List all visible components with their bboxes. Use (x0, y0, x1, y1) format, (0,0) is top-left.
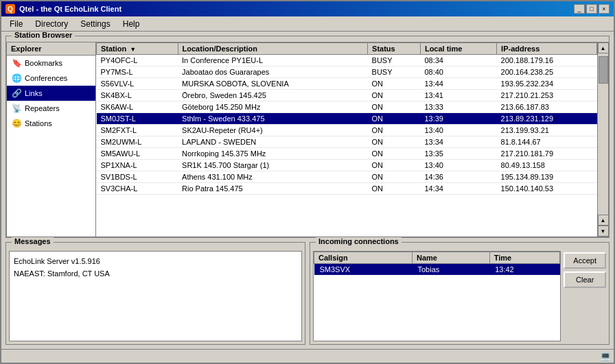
station-table-scroll[interactable]: Station ▼ Location/Description Status Lo… (96, 43, 597, 236)
sidebar-item-label: Conferences (25, 74, 67, 82)
main-window: Q Qtel - the Qt EchoLink Client _ □ × Fi… (0, 0, 615, 364)
scroll-down-button[interactable]: ▲ (598, 215, 609, 226)
repeaters-icon: 📡 (11, 103, 22, 114)
sidebar-item-label: Links (25, 89, 43, 97)
status-bar: 💻 (1, 349, 614, 363)
table-row[interactable]: PY7MS-LJaboatao dos GuararapesBUSY08:402… (97, 66, 597, 78)
app-icon: Q (5, 4, 15, 14)
table-row[interactable]: SM0JST-LSthlm - Sweden 433.475ON13:39213… (97, 113, 597, 125)
sidebar-item-repeaters[interactable]: 📡 Repeaters (7, 101, 95, 116)
menu-file[interactable]: File (4, 18, 28, 30)
station-browser-content: Explorer 🔖 Bookmarks 🌐 Conferences 🔗 Lin… (6, 42, 609, 237)
explorer-panel: Explorer 🔖 Bookmarks 🌐 Conferences 🔗 Lin… (6, 42, 95, 237)
table-row[interactable]: PY4OFC-LIn Conference PY1EU-LBUSY08:3420… (97, 55, 597, 66)
station-scrollbar[interactable]: ▲ ▲ ▼ (597, 43, 608, 236)
menu-bar: File Directory Settings Help (1, 16, 614, 32)
col-localtime[interactable]: Local time (420, 43, 496, 55)
incoming-table: Callsign Name Time SM3SVXTobias13:42 (314, 252, 560, 276)
scroll-thumb[interactable] (599, 56, 608, 84)
station-browser-label: Station Browser (12, 32, 75, 39)
station-browser-group: Station Browser Explorer 🔖 Bookmarks 🌐 C… (5, 36, 610, 238)
sidebar-item-label: Bookmarks (25, 59, 62, 67)
col-station[interactable]: Station ▼ (97, 43, 178, 55)
sidebar-item-bookmarks[interactable]: 🔖 Bookmarks (7, 56, 95, 71)
message-line-2: NAEAST: Stamford, CT USA (14, 268, 297, 280)
maximize-button[interactable]: □ (586, 4, 597, 14)
message-line-0: EchoLink Server v1.5.916 (14, 256, 297, 268)
title-bar-buttons: _ □ × (574, 4, 610, 14)
status-icon: 💻 (600, 351, 611, 362)
col-location[interactable]: Location/Description (178, 43, 368, 55)
title-bar-left: Q Qtel - the Qt EchoLink Client (5, 4, 121, 14)
table-row[interactable]: SP1XNA-LSR1K 145.700 Stargar (1)ON13:408… (97, 160, 597, 171)
col-status[interactable]: Status (368, 43, 421, 55)
station-table: Station ▼ Location/Description Status Lo… (96, 43, 597, 195)
table-row[interactable]: SV1BDS-LAthens 431.100 MHzON14:36195.134… (97, 171, 597, 183)
title-bar: Q Qtel - the Qt EchoLink Client _ □ × (1, 1, 614, 16)
table-row[interactable]: SK4BX-LÖrebro, Sweden 145.425ON13:41217.… (97, 90, 597, 101)
incoming-col-name[interactable]: Name (412, 252, 489, 264)
station-list-panel: Station ▼ Location/Description Status Lo… (95, 42, 609, 237)
menu-settings[interactable]: Settings (75, 18, 115, 30)
minimize-button[interactable]: _ (574, 4, 585, 14)
main-content: Station Browser Explorer 🔖 Bookmarks 🌐 C… (1, 32, 614, 349)
links-icon: 🔗 (11, 88, 22, 99)
table-row[interactable]: SM2UWM-LLAPLAND - SWEDENON13:3481.8.144.… (97, 136, 597, 148)
menu-help[interactable]: Help (117, 18, 146, 30)
incoming-col-callsign[interactable]: Callsign (314, 252, 413, 264)
sidebar-item-stations[interactable]: 😊 Stations (7, 116, 95, 131)
messages-group: Messages EchoLink Server v1.5.916 NAEAST… (5, 242, 305, 345)
incoming-buttons: Accept Clear (564, 251, 606, 341)
sort-arrow-icon: ▼ (130, 46, 136, 53)
incoming-col-time[interactable]: Time (489, 252, 560, 264)
incoming-content: Callsign Name Time SM3SVXTobias13:42 Acc… (313, 251, 606, 341)
sidebar-item-label: Stations (25, 119, 52, 128)
close-button[interactable]: × (599, 4, 610, 14)
sidebar-item-label: Repeaters (25, 104, 60, 112)
menu-directory[interactable]: Directory (30, 18, 73, 30)
table-row[interactable]: SK6AW-LGöteborg 145.250 MHzON13:33213.66… (97, 101, 597, 113)
table-row[interactable]: SM2FXT-LSK2AU-Repeter (RU4+)ON13:40213.1… (97, 125, 597, 136)
col-ip[interactable]: IP-address (497, 43, 597, 55)
conferences-icon: 🌐 (11, 73, 22, 84)
accept-button[interactable]: Accept (564, 252, 606, 269)
messages-content: EchoLink Server v1.5.916 NAEAST: Stamfor… (9, 251, 302, 341)
stations-icon: 😊 (11, 118, 22, 129)
messages-label: Messages (12, 237, 54, 245)
scroll-down2-button[interactable]: ▼ (598, 226, 609, 236)
incoming-group: Incoming connections Callsign Name Time (310, 242, 610, 345)
clear-button[interactable]: Clear (564, 271, 606, 288)
bookmarks-icon: 🔖 (11, 58, 22, 69)
sidebar-item-conferences[interactable]: 🌐 Conferences (7, 71, 95, 86)
explorer-header: Explorer (7, 43, 95, 56)
list-item[interactable]: SM3SVXTobias13:42 (314, 264, 560, 276)
incoming-table-wrap: Callsign Name Time SM3SVXTobias13:42 (313, 251, 561, 341)
scroll-up-button[interactable]: ▲ (598, 43, 609, 53)
table-row[interactable]: SV3CHA-LRio Patra 145.475ON14:34150.140.… (97, 183, 597, 195)
incoming-label: Incoming connections (316, 237, 402, 245)
table-row[interactable]: S56VLV-LMURSKA SOBOTA, SLOVENIAON13:4419… (97, 78, 597, 90)
bottom-panels: Messages EchoLink Server v1.5.916 NAEAST… (5, 242, 610, 345)
sidebar-item-links[interactable]: 🔗 Links (7, 86, 95, 101)
table-row[interactable]: SM5AWU-LNorrkoping 145.375 MHzON13:35217… (97, 148, 597, 160)
window-title: Qtel - the Qt EchoLink Client (19, 5, 121, 13)
